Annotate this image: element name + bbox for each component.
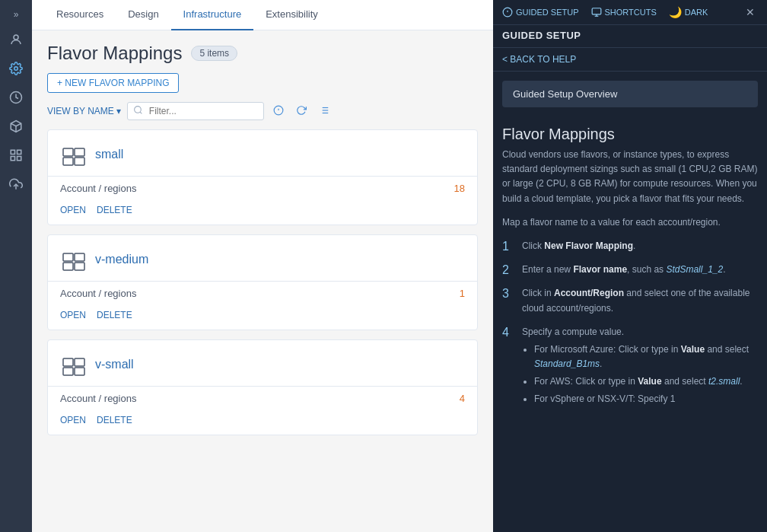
open-button-v-small[interactable]: OPEN [60, 413, 91, 427]
svg-rect-20 [63, 148, 73, 156]
close-icon[interactable]: ✕ [743, 5, 758, 20]
panel-title: GUIDED SETUP [493, 25, 767, 48]
svg-point-9 [134, 107, 141, 113]
step-2-num: 2 [502, 263, 514, 277]
step-1: 1 Click New Flavor Mapping. [502, 239, 758, 253]
svg-rect-7 [11, 157, 14, 161]
history-icon[interactable] [4, 85, 28, 110]
view-by-dropdown[interactable]: VIEW BY NAME ▾ [47, 106, 121, 116]
svg-rect-29 [75, 358, 84, 366]
search-wrap [127, 102, 264, 120]
main-area: Resources Design Infrastructure Extensib… [32, 0, 493, 532]
panel-description: Cloud vendors use flavors, or instance t… [493, 148, 767, 215]
flavor-icon-small [60, 141, 88, 168]
bullet-vsphere: For vSphere or NSX-V/T: Specify 1 [534, 392, 758, 406]
guided-setup-topbar-btn[interactable]: GUIDED SETUP [502, 7, 579, 18]
flavor-card-v-small: v-small Account / regions 4 OPEN DELETE [47, 339, 478, 435]
step-2-text: Enter a new Flavor name, such as StdSmal… [522, 263, 726, 277]
flavor-icon-v-small [60, 351, 88, 378]
step-2: 2 Enter a new Flavor name, such as StdSm… [502, 263, 758, 277]
svg-rect-6 [18, 157, 21, 161]
back-to-help-link[interactable]: < BACK TO HELP [493, 48, 767, 72]
items-badge: 5 items [191, 46, 237, 61]
panel-map-instruction: Map a flavor name to a value for each ac… [493, 215, 767, 239]
refresh-icon[interactable] [293, 104, 310, 119]
top-nav: Resources Design Infrastructure Extensib… [32, 0, 493, 30]
svg-line-10 [140, 112, 142, 113]
svg-rect-23 [75, 158, 84, 165]
bullet-aws: For AWS: Click or type in Value and sele… [534, 374, 758, 389]
svg-rect-31 [75, 368, 84, 375]
tab-design[interactable]: Design [116, 0, 170, 30]
step-3-text: Click in Account/Region and select one o… [522, 286, 758, 315]
new-flavor-mapping-button[interactable]: + NEW FLAVOR MAPPING [47, 73, 179, 93]
svg-point-0 [14, 35, 18, 40]
sidebar: » [0, 0, 32, 532]
svg-rect-27 [75, 263, 84, 270]
open-button-v-medium[interactable]: OPEN [60, 308, 91, 322]
svg-rect-22 [63, 158, 73, 165]
search-icon [133, 105, 143, 117]
panel-topbar: GUIDED SETUP SHORTCUTS 🌙 DARK ✕ [493, 0, 767, 25]
list-view-icon[interactable] [316, 104, 333, 119]
search-input[interactable] [127, 102, 264, 120]
account-regions-label-v-small: Account / regions [60, 393, 136, 404]
settings-icon[interactable] [4, 56, 28, 81]
cloud-icon[interactable] [4, 172, 28, 196]
right-panel: GUIDED SETUP SHORTCUTS 🌙 DARK ✕ GUIDED S… [493, 0, 767, 532]
flavor-name-small[interactable]: small [95, 148, 123, 161]
delete-button-small[interactable]: DELETE [97, 203, 137, 217]
bullet-azure: For Microsoft Azure: Click or type in Va… [534, 342, 758, 371]
step-4: 4 Specify a compute value. For Microsoft… [502, 325, 758, 410]
delete-button-v-medium[interactable]: DELETE [97, 308, 137, 322]
package-icon[interactable] [4, 114, 28, 139]
flavor-icon-v-medium [60, 246, 88, 273]
users-icon[interactable] [4, 27, 28, 52]
panel-section-title: Flavor Mappings [493, 116, 767, 148]
svg-rect-25 [75, 253, 84, 261]
flavor-card-small: small Account / regions 18 OPEN DELETE [47, 129, 478, 225]
svg-rect-24 [63, 253, 73, 261]
svg-rect-28 [63, 358, 73, 366]
flavor-name-v-medium[interactable]: v-medium [95, 253, 148, 266]
step-3-num: 3 [502, 287, 514, 301]
filter-bar: VIEW BY NAME ▾ [32, 99, 493, 126]
chart-icon[interactable] [4, 143, 28, 167]
panel-steps: 1 Click New Flavor Mapping. 2 Enter a ne… [493, 239, 767, 428]
flavor-name-v-small[interactable]: v-small [95, 358, 134, 371]
shortcuts-btn[interactable]: SHORTCUTS [591, 7, 657, 18]
svg-point-1 [14, 67, 18, 71]
guided-setup-overview-button[interactable]: Guided Setup Overview [502, 81, 758, 107]
account-regions-label-small: Account / regions [60, 183, 136, 194]
flavor-card-v-medium: v-medium Account / regions 1 OPEN DELETE [47, 234, 478, 330]
account-regions-value-v-small: 4 [460, 393, 465, 404]
content-header: Flavor Mappings 5 items [32, 30, 493, 70]
svg-rect-30 [63, 368, 73, 375]
account-regions-value-small: 18 [454, 183, 465, 194]
step-4-num: 4 [502, 326, 514, 339]
step-1-text: Click New Flavor Mapping. [522, 239, 635, 253]
toolbar: + NEW FLAVOR MAPPING [32, 70, 493, 99]
svg-rect-35 [592, 8, 601, 14]
step-4-bullets: For Microsoft Azure: Click or type in Va… [522, 342, 758, 407]
dark-mode-btn[interactable]: 🌙 DARK [669, 6, 708, 18]
open-button-small[interactable]: OPEN [60, 203, 91, 217]
chevron-down-icon: ▾ [116, 106, 121, 116]
expand-icon[interactable]: » [11, 6, 22, 23]
tab-resources[interactable]: Resources [44, 0, 116, 30]
svg-rect-21 [75, 148, 84, 156]
account-regions-label-v-medium: Account / regions [60, 288, 136, 299]
step-1-num: 1 [502, 240, 514, 253]
account-regions-value-v-medium: 1 [460, 288, 465, 299]
step-4-text: Specify a compute value. For Microsoft A… [522, 325, 758, 410]
delete-button-v-small[interactable]: DELETE [97, 413, 137, 427]
svg-rect-26 [63, 263, 73, 270]
step-3: 3 Click in Account/Region and select one… [502, 286, 758, 315]
info-icon[interactable] [270, 104, 287, 119]
flavor-list: small Account / regions 18 OPEN DELETE [32, 126, 493, 532]
page-title: Flavor Mappings [47, 43, 182, 64]
svg-rect-4 [11, 150, 14, 154]
tab-infrastructure[interactable]: Infrastructure [171, 0, 254, 30]
tab-extensibility[interactable]: Extensibility [253, 0, 330, 30]
svg-rect-5 [18, 150, 21, 154]
